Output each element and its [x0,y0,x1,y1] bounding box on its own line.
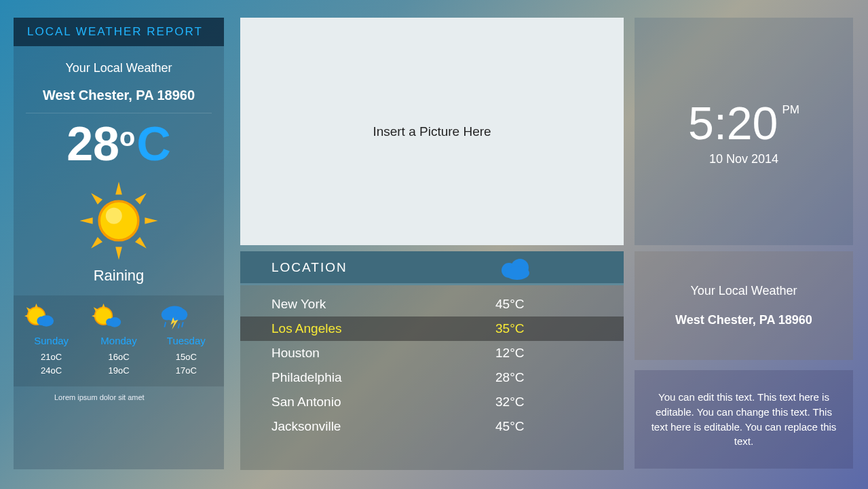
location-row[interactable]: Houston12°C [240,341,624,365]
svg-point-21 [106,319,113,326]
left-location: West Chester, PA 18960 [26,88,212,113]
location-city: Houston [271,346,495,361]
location-city: New York [271,297,495,312]
svg-marker-18 [92,314,96,318]
svg-marker-4 [91,193,102,204]
location-header: LOCATION [240,251,624,285]
svg-marker-12 [24,314,29,318]
left-weather-panel: LOCAL WEATHER REPORT Your Local Weather … [14,18,224,469]
location-row[interactable]: San Antonio32°C [240,390,624,414]
sun-icon [14,180,224,261]
forecast-day: Sunday [21,335,82,346]
svg-marker-0 [115,181,122,194]
picture-placeholder[interactable]: Insert a Picture Here [240,18,624,245]
location-row[interactable]: New York45°C [240,292,624,316]
temp-value: 28 [67,120,119,168]
location-header-label: LOCATION [271,260,347,275]
right-note-text[interactable]: You can edit this text. This text here i… [649,390,838,449]
forecast-temps: 21oC24oC [21,350,82,377]
storm-icon [155,302,216,332]
left-subtitle: Your Local Weather [14,61,224,75]
svg-point-9 [106,208,122,224]
svg-marker-1 [115,247,122,259]
location-temp: 35°C [495,321,524,336]
forecast-item[interactable]: Monday 16oC19oC [88,302,149,377]
right-note-panel: You can edit this text. This text here i… [635,370,853,469]
location-row[interactable]: Philadelphia28°C [240,365,624,390]
location-city: Jacksonville [271,419,495,434]
forecast-item[interactable]: Tuesday 15oC17oC [155,302,216,377]
location-city: Philadelphia [271,370,495,385]
location-row[interactable]: Jacksonville45°C [240,414,624,439]
left-footnote: Lorem ipsum dolor sit amet [54,393,224,401]
svg-marker-2 [79,217,92,224]
left-panel-title: LOCAL WEATHER REPORT [14,18,224,46]
location-city: Los Angeles [271,321,495,336]
current-temperature: 28 o C [14,120,224,168]
forecast-item[interactable]: Sunday 21oC24oC [21,302,82,377]
current-condition: Raining [14,267,224,285]
svg-point-24 [176,309,188,321]
svg-line-27 [182,322,183,327]
cloud-icon [498,257,532,280]
sun-cloud-icon [88,302,149,332]
svg-marker-5 [135,237,147,249]
right-subtitle: Your Local Weather [690,284,797,298]
location-list: New York45°CLos Angeles35°CHouston12°CPh… [240,285,624,470]
location-temp: 28°C [495,370,524,385]
forecast-temps: 16oC19oC [88,350,149,377]
svg-point-23 [162,309,173,321]
forecast-day: Tuesday [155,335,216,346]
picture-placeholder-label: Insert a Picture Here [373,124,491,139]
clock-panel: 5:20 PM 10 Nov 2014 [635,18,853,245]
temp-degree: o [119,124,135,150]
location-temp: 45°C [495,419,524,434]
svg-point-31 [505,266,529,280]
svg-marker-17 [102,304,106,308]
svg-point-15 [37,316,45,325]
sun-cloud-icon [21,302,82,332]
svg-line-28 [178,323,180,328]
location-temp: 32°C [495,395,524,410]
right-location-panel: Your Local Weather West Chester, PA 1896… [635,251,853,360]
location-temp: 12°C [495,346,524,361]
svg-marker-3 [145,217,157,224]
location-row[interactable]: Los Angeles35°C [240,316,624,341]
temp-unit: C [136,120,171,168]
forecast-temps: 15oC17oC [155,350,216,377]
svg-marker-6 [135,193,147,204]
clock-date: 10 Nov 2014 [709,152,778,166]
location-temp: 45°C [495,297,524,312]
forecast-row: Sunday 21oC24oC Monday 16oC19oC [14,295,224,386]
clock-ampm: PM [782,103,799,117]
forecast-day: Monday [88,335,149,346]
svg-marker-7 [91,237,102,249]
svg-line-26 [165,322,166,327]
right-location: West Chester, PA 18960 [675,313,812,327]
clock-time: 5:20 [688,96,778,149]
svg-marker-11 [34,304,38,308]
location-city: San Antonio [271,395,495,410]
